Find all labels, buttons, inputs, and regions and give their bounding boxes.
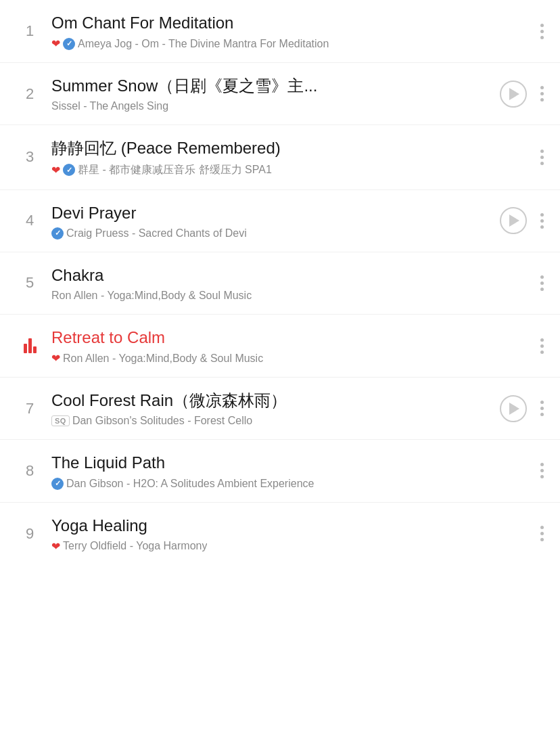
track-meta: ❤Ameya Jog - Om - The Divine Mantra For … — [51, 37, 530, 50]
track-actions — [538, 18, 546, 45]
track-title: Om Chant For Meditation — [51, 12, 530, 33]
track-artist: 群星 - 都市健康减压音乐 舒缓压力 SPA1 — [78, 163, 272, 177]
track-artist: Ameya Jog - Om - The Divine Mantra For M… — [78, 38, 329, 50]
track-artist: Dan Gibson - H2O: A Solitudes Ambient Ex… — [66, 478, 314, 490]
track-list: 1Om Chant For Meditation❤Ameya Jog - Om … — [0, 0, 560, 565]
heart-icon: ❤ — [51, 352, 60, 365]
track-info: Cool Forest Rain（微凉森林雨）SQDan Gibson's So… — [46, 390, 492, 427]
track-info: Summer Snow（日剧《夏之雪》主...Sissel - The Ange… — [46, 75, 492, 112]
track-title: Devi Prayer — [51, 202, 492, 223]
track-actions — [500, 81, 546, 108]
track-meta: ❤Terry Oldfield - Yoga Harmony — [51, 540, 530, 553]
play-button[interactable] — [500, 207, 527, 234]
track-number: 2 — [14, 85, 46, 103]
track-item: 5ChakraRon Allen - Yoga:Mind,Body & Soul… — [0, 252, 560, 315]
track-actions — [538, 333, 546, 359]
track-info: Yoga Healing❤Terry Oldfield - Yoga Harmo… — [46, 515, 530, 553]
track-actions — [538, 520, 546, 547]
track-item: 7Cool Forest Rain（微凉森林雨）SQDan Gibson's S… — [0, 378, 560, 440]
track-title: The Liquid Path — [51, 452, 530, 473]
track-actions — [500, 207, 546, 234]
track-actions — [500, 395, 546, 422]
sq-badge: SQ — [51, 415, 70, 426]
track-title: Retreat to Calm — [51, 327, 530, 348]
track-meta: ❤群星 - 都市健康减压音乐 舒缓压力 SPA1 — [51, 163, 530, 177]
track-meta: Ron Allen - Yoga:Mind,Body & Soul Music — [51, 290, 530, 302]
track-artist: Craig Pruess - Sacred Chants of Devi — [66, 227, 247, 240]
track-artist: Dan Gibson's Solitudes - Forest Cello — [72, 415, 252, 427]
track-number: 9 — [14, 525, 46, 543]
track-number: 5 — [14, 274, 46, 292]
track-title: Chakra — [51, 265, 530, 286]
more-options-button[interactable] — [538, 18, 546, 45]
track-title: 静静回忆 (Peace Remembered) — [51, 137, 530, 158]
track-title: Cool Forest Rain（微凉森林雨） — [51, 390, 492, 411]
track-artist: Terry Oldfield - Yoga Harmony — [63, 540, 207, 552]
heart-icon: ❤ — [51, 37, 60, 50]
track-meta: Craig Pruess - Sacred Chants of Devi — [51, 227, 492, 240]
track-number: 4 — [14, 212, 46, 229]
more-options-button[interactable] — [538, 520, 546, 547]
track-actions — [538, 457, 546, 484]
track-meta: SQDan Gibson's Solitudes - Forest Cello — [51, 415, 492, 427]
more-options-button[interactable] — [538, 270, 546, 296]
more-options-button[interactable] — [538, 333, 546, 359]
track-number: 3 — [14, 148, 46, 166]
track-info: The Liquid PathDan Gibson - H2O: A Solit… — [46, 452, 530, 489]
track-item: 8The Liquid PathDan Gibson - H2O: A Soli… — [0, 440, 560, 502]
track-item: Retreat to Calm❤Ron Allen - Yoga:Mind,Bo… — [0, 315, 560, 378]
verified-icon — [51, 478, 64, 490]
track-actions — [538, 270, 546, 296]
verified-icon — [51, 227, 64, 240]
track-item: 3静静回忆 (Peace Remembered)❤群星 - 都市健康减压音乐 舒… — [0, 125, 560, 189]
track-item: 9Yoga Healing❤Terry Oldfield - Yoga Harm… — [0, 503, 560, 565]
now-playing-indicator — [14, 338, 46, 353]
track-title: Summer Snow（日剧《夏之雪》主... — [51, 75, 492, 96]
track-title: Yoga Healing — [51, 515, 530, 536]
heart-icon: ❤ — [51, 164, 60, 177]
more-options-button[interactable] — [538, 144, 546, 171]
track-info: Retreat to Calm❤Ron Allen - Yoga:Mind,Bo… — [46, 327, 530, 365]
track-artist: Ron Allen - Yoga:Mind,Body & Soul Music — [51, 290, 252, 302]
track-meta: Dan Gibson - H2O: A Solitudes Ambient Ex… — [51, 478, 530, 490]
track-meta: Sissel - The Angels Sing — [51, 100, 492, 112]
more-options-button[interactable] — [538, 81, 546, 107]
track-number: 1 — [14, 22, 46, 40]
bars-icon — [24, 338, 37, 353]
track-info: Devi PrayerCraig Pruess - Sacred Chants … — [46, 202, 492, 240]
more-options-button[interactable] — [538, 457, 546, 484]
play-button[interactable] — [500, 81, 527, 108]
track-item: 4Devi PrayerCraig Pruess - Sacred Chants… — [0, 190, 560, 252]
track-item: 1Om Chant For Meditation❤Ameya Jog - Om … — [0, 0, 560, 63]
verified-icon — [63, 164, 75, 176]
track-info: 静静回忆 (Peace Remembered)❤群星 - 都市健康减压音乐 舒缓… — [46, 137, 530, 177]
track-item: 2Summer Snow（日剧《夏之雪》主...Sissel - The Ang… — [0, 63, 560, 125]
track-artist: Ron Allen - Yoga:Mind,Body & Soul Music — [63, 353, 263, 365]
more-options-button[interactable] — [538, 208, 546, 234]
more-options-button[interactable] — [538, 395, 546, 422]
track-number: 8 — [14, 462, 46, 480]
track-info: ChakraRon Allen - Yoga:Mind,Body & Soul … — [46, 265, 530, 302]
play-button[interactable] — [500, 395, 527, 422]
track-info: Om Chant For Meditation❤Ameya Jog - Om -… — [46, 12, 530, 50]
track-actions — [538, 144, 546, 171]
track-artist: Sissel - The Angels Sing — [51, 100, 168, 112]
track-meta: ❤Ron Allen - Yoga:Mind,Body & Soul Music — [51, 352, 530, 365]
verified-icon — [63, 38, 75, 50]
track-number: 7 — [14, 400, 46, 417]
heart-icon: ❤ — [51, 540, 60, 553]
